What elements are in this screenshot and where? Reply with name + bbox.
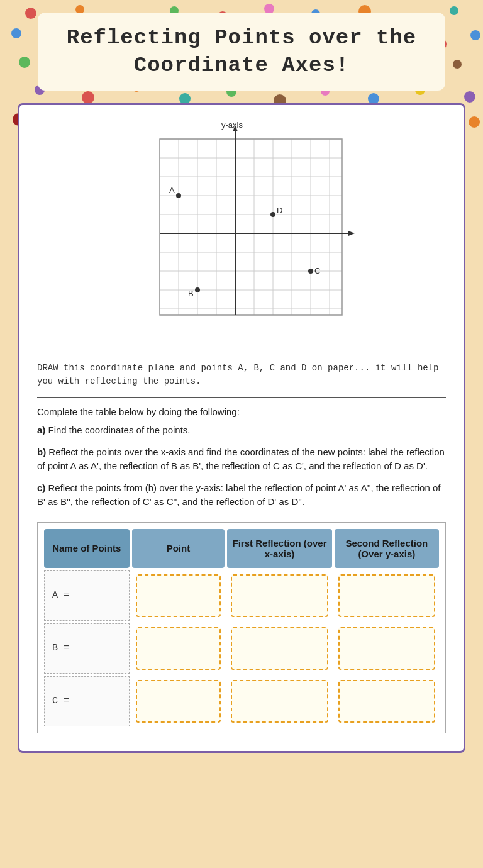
svg-text:B: B [188, 289, 194, 298]
row-A-point [132, 570, 225, 621]
row-C-name: C = [44, 676, 130, 726]
table-row-A: A = [44, 570, 439, 621]
row-A-name: A = [44, 570, 130, 621]
table-row-B: B = [44, 623, 439, 674]
complete-instruction: Complete the table below by doing the fo… [37, 406, 446, 417]
row-B-second-reflection [335, 623, 439, 674]
decorative-dot [82, 91, 94, 104]
row-A-first-reflection [227, 570, 331, 621]
instruction-c-label: c) [37, 482, 45, 493]
row-B-first-reflection [227, 623, 331, 674]
svg-marker-22 [348, 231, 355, 236]
decorative-dot [453, 60, 462, 69]
instruction-b-label: b) [37, 447, 46, 457]
decorative-dot [368, 93, 379, 104]
instruction-a-label: a) [37, 425, 45, 435]
decorative-dot [179, 93, 191, 104]
header-name: Name of Points [44, 529, 130, 568]
row-C-first-reflection [227, 676, 331, 726]
instruction-a: a) Find the coordinates of the points. [37, 423, 446, 438]
svg-text:C: C [314, 266, 320, 275]
row-C-point-input[interactable] [136, 680, 221, 723]
row-B-first-input[interactable] [231, 627, 328, 670]
point-B [195, 287, 200, 292]
point-A [176, 193, 181, 198]
row-C-second-reflection [335, 676, 439, 726]
instruction-c: c) Reflect the points from (b) over the … [37, 481, 446, 509]
decorative-dot [25, 8, 36, 19]
svg-text:D: D [277, 206, 282, 215]
y-axis-label: y-axis [221, 120, 243, 130]
point-D [270, 212, 275, 217]
row-A-second-reflection [335, 570, 439, 621]
point-C [308, 269, 313, 274]
row-A-second-input[interactable] [338, 574, 435, 617]
decorative-dot [464, 91, 475, 103]
section-divider [37, 397, 446, 398]
decorative-dot [11, 28, 21, 38]
instruction-c-text: Reflect the points from (b) over the y-a… [37, 482, 440, 508]
row-C-point [132, 676, 225, 726]
instruction-a-text: Find the coordinates of the points. [48, 425, 191, 435]
row-B-second-input[interactable] [338, 627, 435, 670]
table-row-C: C = [44, 676, 439, 726]
decorative-dot [450, 6, 458, 15]
row-A-point-input[interactable] [136, 574, 221, 617]
row-A-first-input[interactable] [231, 574, 328, 617]
coordinate-plane: x-axis y-axis A B C D [128, 120, 355, 347]
header-first-reflection: First Reflection (over x-axis) [227, 529, 331, 568]
svg-text:A: A [169, 186, 175, 195]
decorative-dot [19, 57, 30, 68]
reflection-table: Name of Points Point First Reflection (o… [37, 522, 446, 733]
row-C-second-input[interactable] [338, 680, 435, 723]
main-content-card: x-axis y-axis A B C D DRAW this coordina… [18, 103, 465, 753]
decorative-dot [470, 30, 480, 40]
header-point: Point [132, 529, 225, 568]
draw-instruction: DRAW this coordinate plane and points A,… [37, 359, 446, 391]
table-header-row: Name of Points Point First Reflection (o… [44, 529, 439, 568]
row-B-name: B = [44, 623, 130, 674]
title-area: Reflecting Points over the Coordinate Ax… [38, 13, 445, 91]
decorative-dot [469, 116, 480, 128]
row-B-point [132, 623, 225, 674]
instruction-b-text: Reflect the points over the x-axis and f… [37, 447, 445, 472]
svg-rect-20 [160, 139, 342, 315]
row-B-point-input[interactable] [136, 627, 221, 670]
header-second-reflection: Second Reflection (Over y-axis) [335, 529, 439, 568]
instruction-b: b) Reflect the points over the x-axis an… [37, 445, 446, 474]
row-C-first-input[interactable] [231, 680, 328, 723]
page-title: Reflecting Points over the Coordinate Ax… [53, 24, 430, 79]
graph-container: x-axis y-axis A B C D [37, 120, 446, 347]
